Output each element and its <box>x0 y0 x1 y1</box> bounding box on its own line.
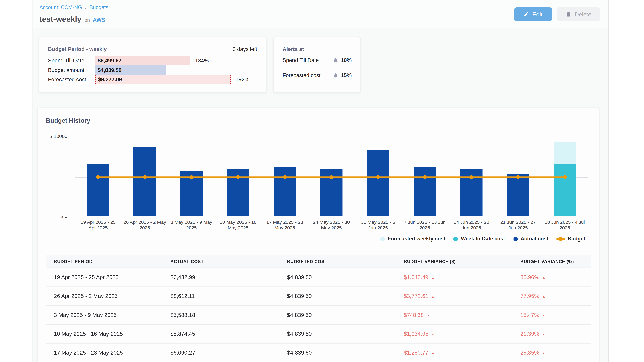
column-header-variance-usd: BUDGET VARIANCE ($) <box>396 255 513 268</box>
legend-item-budget[interactable]: Budget <box>556 236 585 242</box>
legend-line-marker <box>556 238 565 240</box>
x-axis-label: 28 Jun 2025 - 4 Jul 2025 <box>541 219 588 231</box>
forecasted-weekly-cost-bar[interactable] <box>554 142 576 164</box>
alert-spend-label: Spend Till Date <box>282 57 319 63</box>
table-row: 19 Apr 2025 - 25 Apr 2025$6,482.99$4,839… <box>46 268 590 287</box>
cell-budget-variance-pct-value: 25.85% <box>520 350 539 356</box>
cell-budget-variance-usd: $748.68▲ <box>396 306 513 325</box>
actual-cost-bar[interactable] <box>460 169 483 216</box>
cell-budget-variance-pct: 25.85%▲ <box>512 344 590 362</box>
chart-bars <box>75 136 588 216</box>
forecasted-cost-row: Forecasted cost $9,277.09 192% <box>48 75 262 84</box>
legend-label: Week to Date cost <box>461 236 505 242</box>
budget-amount-label: Budget amount <box>48 67 96 73</box>
cell-actual-cost: $5,874.45 <box>163 325 280 344</box>
breadcrumb-budgets-link[interactable]: Budgets <box>90 4 108 10</box>
column-header-budgeted-cost: BUDGETED COST <box>279 255 396 268</box>
breadcrumb-account-link[interactable]: Account: CCM-NG <box>40 4 82 10</box>
x-axis-label: 19 Apr 2025 - 25 Apr 2025 <box>75 219 122 231</box>
x-axis-label: 26 Apr 2025 - 2 May 2025 <box>122 219 168 231</box>
variance-up-icon: ▲ <box>431 295 434 298</box>
breadcrumb-chevron-icon: › <box>85 4 87 10</box>
variance-up-icon: ▲ <box>542 333 545 336</box>
variance-up-icon: ▲ <box>431 351 434 355</box>
edit-button-label: Edit <box>532 11 542 17</box>
budget-history-card: Budget History $ 10000 $ 0 19 Apr 2025 -… <box>38 108 599 362</box>
chart-category-slot <box>215 136 262 216</box>
budget-period-rows: Spend Till Date $6,499.67 134% Budget am… <box>48 56 262 84</box>
table-row: 3 May 2025 - 9 May 2025$5,588.18$4,839.5… <box>46 306 590 325</box>
alert-row-forecast: Forecasted cost 15% <box>282 72 352 78</box>
legend-item-forecasted-weekly-cost[interactable]: Forecasted weekly cost <box>380 236 445 242</box>
actual-cost-bar[interactable] <box>414 167 436 216</box>
x-axis-line <box>75 216 588 216</box>
edit-button[interactable]: Edit <box>514 7 552 21</box>
cell-budgeted-cost: $4,839.50 <box>279 325 396 344</box>
cell-budgeted-cost: $4,839.50 <box>279 268 396 287</box>
pencil-icon <box>524 11 529 17</box>
cell-budget-period: 3 May 2025 - 9 May 2025 <box>46 306 163 325</box>
cell-budget-variance-pct: 77.95%▲ <box>512 287 590 306</box>
cell-budget-variance-usd: $1,643.49▲ <box>396 268 513 287</box>
actual-cost-bar[interactable] <box>180 171 203 216</box>
actual-cost-bar[interactable] <box>320 169 343 216</box>
legend-dot-marker <box>513 237 518 241</box>
alert-spend-threshold: 10% <box>341 57 352 63</box>
cell-budget-variance-usd: $1,034.95▲ <box>396 325 513 344</box>
cell-actual-cost: $6,090.27 <box>163 344 280 362</box>
x-axis-label: 3 May 2025 - 9 May 2025 <box>168 219 215 231</box>
cell-budget-variance-pct-value: 15.47% <box>520 312 539 318</box>
forecasted-cost-value: $9,277.09 <box>96 76 122 83</box>
actual-cost-bar[interactable] <box>87 164 110 216</box>
column-header-variance-pct: BUDGET VARIANCE (%) <box>512 255 590 268</box>
delete-button[interactable]: Delete <box>557 7 600 21</box>
forecasted-cost-bar: $9,277.09 <box>95 75 230 84</box>
cell-budget-variance-pct: 21.39%▲ <box>512 325 590 344</box>
variance-up-icon: ▲ <box>431 333 434 336</box>
actual-cost-bar[interactable] <box>134 147 156 216</box>
y-axis-tick-zero: $ 0 <box>38 213 67 219</box>
days-left-label: 3 days left <box>233 46 257 52</box>
cell-budget-variance-usd-value: $3,772.61 <box>404 293 428 299</box>
variance-up-icon: ▲ <box>542 314 545 317</box>
actual-cost-bar[interactable] <box>227 169 250 216</box>
y-axis-tick-max: $ 10000 <box>38 133 67 139</box>
x-axis-label: 24 May 2025 - 30 May 2025 <box>308 219 355 231</box>
x-axis-label: 21 Jun 2025 - 27 Jun 2025 <box>495 219 541 231</box>
chart-category-slot <box>122 136 168 216</box>
page-title: test-weekly <box>40 15 82 24</box>
x-axis-label: 14 Jun 2025 - 20 Jun 2025 <box>448 219 495 231</box>
legend-item-week-to-date-cost[interactable]: Week to Date cost <box>454 236 505 242</box>
variance-up-icon: ▲ <box>542 295 545 298</box>
title-conjunction: on <box>84 17 90 23</box>
chart-category-slot <box>308 136 355 216</box>
cell-budget-variance-pct: 15.47%▲ <box>512 306 590 325</box>
spend-till-date-row: Spend Till Date $6,499.67 134% <box>48 56 262 65</box>
chart-category-slot <box>168 136 215 216</box>
legend-label: Actual cost <box>520 236 548 242</box>
trash-icon <box>566 11 572 17</box>
cell-budget-variance-usd: $1,250.77▲ <box>396 344 513 362</box>
week-to-date-cost-bar[interactable] <box>554 164 576 216</box>
chart-category-slot <box>402 136 448 216</box>
budget-period-card: Budget Period - weekly 3 days left Spend… <box>38 37 266 93</box>
chart-category-slot <box>355 136 401 216</box>
cell-budget-variance-pct: 33.96%▲ <box>512 268 590 287</box>
title-row: test-weekly on AWS <box>40 15 105 24</box>
delete-button-label: Delete <box>575 11 591 17</box>
budget-history-chart <box>75 136 588 216</box>
alert-row-spend: Spend Till Date 10% <box>282 57 352 63</box>
legend-label: Forecasted weekly cost <box>388 236 445 242</box>
spend-till-date-label: Spend Till Date <box>48 57 96 64</box>
alert-forecast-threshold: 15% <box>341 72 352 78</box>
actual-cost-bar[interactable] <box>367 150 390 216</box>
content-panel: Account: CCM-NG › Budgets test-weekly on… <box>32 0 608 362</box>
actual-cost-bar[interactable] <box>507 174 530 216</box>
variance-up-icon: ▲ <box>427 314 430 317</box>
legend-item-actual-cost[interactable]: Actual cost <box>513 236 548 242</box>
chart-category-slot <box>75 136 122 216</box>
chart-category-slot <box>262 136 308 216</box>
budget-detail-screen: Account: CCM-NG › Budgets test-weekly on… <box>0 0 644 362</box>
x-axis-labels: 19 Apr 2025 - 25 Apr 202526 Apr 2025 - 2… <box>75 219 588 231</box>
actual-cost-bar[interactable] <box>274 167 296 216</box>
